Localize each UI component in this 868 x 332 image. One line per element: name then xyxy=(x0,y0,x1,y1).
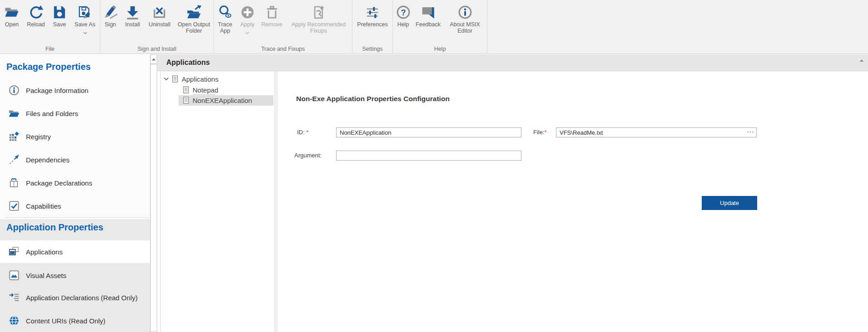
content-header: Applications xyxy=(157,54,868,71)
tree-node-applications[interactable]: Applications xyxy=(164,74,218,84)
button-label: Apply xyxy=(240,21,254,28)
sidebar-item-visual-assets[interactable]: Visual Assets xyxy=(0,264,150,287)
reload-button[interactable]: Reload xyxy=(23,3,49,28)
open-folder-icon xyxy=(4,3,20,21)
sidebar-item-applications[interactable]: Applications xyxy=(0,240,150,263)
open-output-folder-icon xyxy=(186,3,202,21)
applications-tree: Applications Notepad NonEXEApplication xyxy=(160,71,274,332)
sidebar-item-package-declarations[interactable]: Package Declarations xyxy=(0,171,150,194)
button-label: Uninstall xyxy=(149,21,170,28)
sidebar-scrollbar[interactable] xyxy=(150,54,157,332)
document-icon xyxy=(183,86,189,93)
chevron-down-icon[interactable] xyxy=(245,28,249,36)
trace-app-button[interactable]: Trace App xyxy=(214,3,236,34)
sidebar-item-dependencies[interactable]: Dependencies xyxy=(0,148,150,171)
button-label: Open Output Folder xyxy=(175,21,213,34)
ribbon-group-sign-install: Sign Install Uninstall xyxy=(100,0,214,54)
feedback-button[interactable]: Feedback xyxy=(413,3,443,28)
tree-node-notepad[interactable]: Notepad xyxy=(183,85,218,95)
application-properties-form: Non-Exe Application Properties Configura… xyxy=(278,71,868,332)
required-asterisk: * xyxy=(545,129,547,136)
sidebar-item-application-declarations[interactable]: Application Declarations (Read Only) xyxy=(0,286,150,309)
document-icon xyxy=(172,75,178,83)
sign-button[interactable]: Sign xyxy=(100,3,120,28)
sidebar-item-label: Applications xyxy=(26,248,63,256)
sidebar-item-files-and-folders[interactable]: Files and Folders xyxy=(0,102,150,125)
ribbon-group-help: ? Help Feedback About MSIX Editor xyxy=(393,0,487,54)
save-button[interactable]: Save xyxy=(49,3,70,28)
panel-splitter[interactable] xyxy=(274,71,278,332)
browse-ellipsis-button[interactable]: ··· xyxy=(747,128,754,135)
sidebar-item-label: Registry xyxy=(26,133,51,141)
uninstall-button[interactable]: Uninstall xyxy=(145,3,174,28)
file-input[interactable] xyxy=(556,127,757,137)
ribbon-group-label: Settings xyxy=(352,46,392,52)
sidebar-item-label: Content URIs (Read Only) xyxy=(26,317,105,325)
uninstall-icon xyxy=(152,3,167,21)
open-output-folder-button[interactable]: Open Output Folder xyxy=(174,3,213,34)
scroll-up-icon[interactable] xyxy=(150,54,157,64)
msix-editor-window: Open Reload Save xyxy=(0,0,868,332)
ribbon-group-settings: Preferences Settings xyxy=(352,0,393,54)
install-arrow-icon xyxy=(125,3,140,21)
tree-node-label: Applications xyxy=(182,75,218,83)
app-windows-icon xyxy=(8,246,20,258)
remove-trash-icon xyxy=(264,3,280,21)
tree-node-label: NonEXEApplication xyxy=(193,97,252,104)
document-icon xyxy=(183,97,189,104)
button-label: Sign xyxy=(105,21,116,28)
preferences-button[interactable]: Preferences xyxy=(352,3,392,28)
button-label: Install xyxy=(125,21,140,28)
argument-label: Argument: xyxy=(294,152,322,159)
remove-button[interactable]: Remove xyxy=(258,3,285,28)
gift-box-icon xyxy=(8,177,20,189)
feedback-bubble-icon xyxy=(421,3,436,21)
save-as-button[interactable]: Save As xyxy=(70,3,99,37)
save-as-icon xyxy=(77,3,93,21)
sidebar-item-capabilities[interactable]: Capabilities xyxy=(0,195,150,217)
install-button[interactable]: Install xyxy=(120,3,145,28)
ribbon-group-file: Open Reload Save xyxy=(0,0,100,54)
sidebar-item-package-information[interactable]: Package Information xyxy=(0,79,150,102)
id-input[interactable] xyxy=(336,127,521,137)
declarations-list-icon xyxy=(8,292,20,303)
required-asterisk: * xyxy=(306,129,308,136)
folder-icon xyxy=(8,107,20,119)
apply-button[interactable]: Apply xyxy=(236,3,258,37)
update-button[interactable]: Update xyxy=(702,196,757,210)
argument-input[interactable] xyxy=(336,151,521,161)
globe-icon xyxy=(8,315,20,327)
button-label: Apply Recommended Fixups xyxy=(286,21,351,34)
button-label: Trace App xyxy=(215,21,235,34)
about-msix-editor-button[interactable]: About MSIX Editor xyxy=(443,3,487,34)
sidebar-item-label: Dependencies xyxy=(26,156,69,164)
button-label: Feedback xyxy=(416,21,441,28)
save-icon xyxy=(52,3,67,21)
button-label: Save xyxy=(53,21,66,28)
registry-grid-icon xyxy=(8,131,20,142)
help-button[interactable]: ? Help xyxy=(393,3,413,28)
ribbon-group-label: Help xyxy=(393,46,487,52)
open-button[interactable]: Open xyxy=(0,3,23,28)
apply-recommended-fixups-button[interactable]: Apply Recommended Fixups xyxy=(285,3,352,34)
tree-node-nonexeapplication[interactable]: NonEXEApplication xyxy=(183,95,252,105)
sidebar-item-label: Package Declarations xyxy=(26,179,92,187)
id-label: ID: * xyxy=(297,129,308,136)
sidebar-divider xyxy=(5,217,150,218)
button-label: About MSIX Editor xyxy=(444,21,486,34)
chevron-down-icon[interactable] xyxy=(164,77,169,81)
sidebar-item-registry[interactable]: Registry xyxy=(0,125,150,148)
sidebar-item-content-uris[interactable]: Content URIs (Read Only) xyxy=(0,309,150,332)
svg-text:?: ? xyxy=(401,8,406,17)
image-icon xyxy=(8,269,20,281)
scrollbar-thumb[interactable] xyxy=(150,64,157,332)
sidebar-item-label: Visual Assets xyxy=(26,272,66,279)
reload-icon xyxy=(28,3,44,21)
preferences-sliders-icon xyxy=(365,3,380,21)
tree-node-label: Notepad xyxy=(193,86,218,94)
ribbon-toolbar: Open Reload Save xyxy=(0,0,868,54)
sidebar-item-label: Capabilities xyxy=(26,202,61,210)
button-label: Open xyxy=(5,21,19,28)
scroll-up-icon[interactable] xyxy=(858,57,866,64)
chevron-down-icon[interactable] xyxy=(83,28,87,36)
